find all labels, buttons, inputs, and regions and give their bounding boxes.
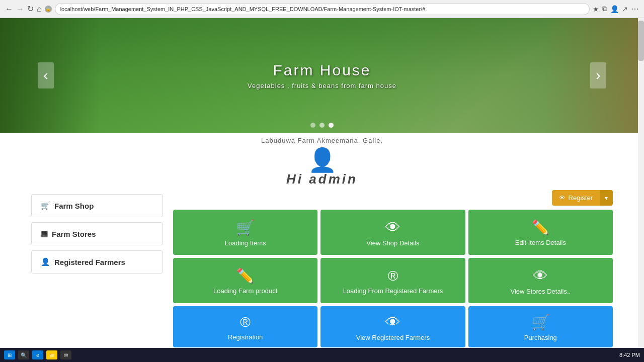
cart-icon: 🛒: [41, 201, 50, 210]
taskbar-start-icon[interactable]: ⊞: [4, 350, 15, 359]
taskbar-browser-icon[interactable]: e: [32, 350, 43, 359]
view-shop-details-label: View Shop Details: [366, 239, 419, 247]
taskbar-search-icon[interactable]: 🔍: [18, 350, 29, 359]
card-view-stores-details[interactable]: 👁 View Stores Details..: [468, 258, 613, 303]
stores-icon: ▦: [41, 229, 48, 238]
sidebar-farm-shop-label: Farm Shop: [54, 202, 94, 210]
home-button[interactable]: ⌂: [37, 5, 42, 14]
card-purchasing[interactable]: 🛒 Purchasing: [468, 306, 613, 347]
taskbar-folder-icon[interactable]: 📁: [46, 350, 57, 359]
carousel-dot-1[interactable]: [310, 123, 315, 128]
registered-card-icon-1: ®: [388, 268, 398, 284]
share-icon[interactable]: ↗: [622, 5, 628, 13]
farm-location: Labuduwa Farm Akmeemana, Galle.: [0, 133, 644, 148]
hero-banner: ‹ Farm House Vegetables , fruits & beans…: [0, 18, 644, 133]
register-btn-wrapper: 👁 Register ▾: [173, 190, 613, 206]
url-bar[interactable]: [55, 3, 590, 15]
taskbar-mail-icon[interactable]: ✉: [60, 350, 71, 359]
hero-arrow-right[interactable]: ›: [590, 62, 606, 88]
security-icon: 🔒: [45, 6, 52, 13]
admin-section: 👤 Hi admin: [0, 148, 644, 187]
sidebar-item-farm-shop[interactable]: 🛒 Farm Shop: [31, 194, 163, 217]
sidebar-item-farm-stores[interactable]: ▦ Farm Stores: [31, 222, 163, 245]
card-registration[interactable]: ® Registration: [173, 306, 317, 347]
taskbar-time: 8:42 PM: [619, 352, 640, 358]
card-edit-items-details[interactable]: ✏️ Edit Items Details: [468, 210, 613, 255]
card-loading-registered-farmers[interactable]: ® Loading From Registered Farmers: [320, 258, 465, 303]
register-button[interactable]: 👁 Register: [552, 190, 600, 206]
cart-card-icon-2: 🛒: [531, 313, 550, 331]
sidebar-item-registered-farmers[interactable]: 👤 Registered Farmers: [31, 250, 163, 274]
grid-area: 👁 Register ▾ 🛒 Loading Items 👁 View Shop…: [173, 190, 613, 347]
page-content: ‹ Farm House Vegetables , fruits & beans…: [0, 18, 644, 362]
carousel-dot-3[interactable]: [329, 123, 334, 128]
admin-avatar-icon: 👤: [308, 148, 337, 171]
hero-subtitle: Vegetables , fruits & beans from farm ho…: [248, 82, 396, 89]
eye-card-icon-1: 👁: [385, 219, 400, 236]
extensions-icon[interactable]: ⧉: [602, 5, 607, 13]
card-view-registered-farmers[interactable]: 👁 View Registered Farmers: [320, 306, 465, 347]
register-label: Register: [569, 194, 593, 202]
sidebar-farm-stores-label: Farm Stores: [52, 230, 96, 238]
carousel-dot-2[interactable]: [319, 123, 325, 128]
forward-button[interactable]: →: [16, 5, 24, 14]
registration-label: Registration: [228, 333, 263, 341]
taskbar-left: ⊞ 🔍 e 📁 ✉: [4, 350, 71, 359]
loading-items-label: Loading Items: [225, 239, 266, 247]
purchasing-label: Purchasing: [524, 334, 557, 341]
eye-register-icon: 👁: [559, 194, 566, 202]
register-btn-group: 👁 Register ▾: [552, 190, 613, 206]
admin-greeting: Hi admin: [286, 171, 358, 187]
eye-card-icon-2: 👁: [533, 267, 548, 285]
sidebar: 🛒 Farm Shop ▦ Farm Stores 👤 Registered F…: [31, 194, 163, 347]
profile-icon[interactable]: 👤: [610, 5, 619, 13]
card-view-shop-details[interactable]: 👁 View Shop Details: [320, 210, 465, 255]
scrollbar[interactable]: [638, 18, 644, 362]
bookmark-star-icon[interactable]: ★: [593, 5, 599, 13]
loading-registered-farmers-label: Loading From Registered Farmers: [343, 287, 443, 295]
carousel-dots: [310, 123, 334, 128]
taskbar: ⊞ 🔍 e 📁 ✉ 8:42 PM: [0, 348, 644, 362]
eye-card-icon-3: 👁: [385, 314, 400, 331]
refresh-button[interactable]: ↻: [27, 4, 34, 14]
edit-items-details-label: Edit Items Details: [515, 239, 566, 246]
browser-chrome: ← → ↻ ⌂ 🔒 ★ ⧉ 👤 ↗ ⋯: [0, 0, 644, 18]
main-layout: 🛒 Farm Shop ▦ Farm Stores 👤 Registered F…: [0, 190, 644, 347]
register-dropdown-button[interactable]: ▾: [600, 190, 613, 206]
card-loading-items[interactable]: 🛒 Loading Items: [173, 210, 317, 255]
taskbar-right: 8:42 PM: [619, 352, 640, 358]
view-stores-details-label: View Stores Details..: [510, 288, 571, 295]
edit-card-icon-2: ✏️: [236, 267, 254, 284]
cards-grid: 🛒 Loading Items 👁 View Shop Details ✏️ E…: [173, 210, 613, 347]
sidebar-registered-farmers-label: Registered Farmers: [54, 258, 125, 266]
cart-card-icon: 🛒: [236, 219, 255, 236]
view-registered-farmers-label: View Registered Farmers: [356, 334, 430, 341]
registered-card-icon-2: ®: [240, 314, 251, 330]
hero-arrow-left[interactable]: ‹: [38, 62, 54, 88]
hero-text: Farm House Vegetables , fruits & beans f…: [248, 62, 396, 89]
hero-title: Farm House: [248, 62, 396, 79]
card-loading-farm-product[interactable]: ✏️ Loading Farm product: [173, 258, 317, 303]
loading-farm-product-label: Loading Farm product: [213, 287, 277, 295]
back-button[interactable]: ←: [5, 5, 13, 14]
farmers-icon: 👤: [41, 257, 50, 266]
edit-card-icon: ✏️: [532, 219, 549, 236]
scrollbar-thumb[interactable]: [638, 21, 644, 61]
menu-icon[interactable]: ⋯: [631, 4, 639, 14]
